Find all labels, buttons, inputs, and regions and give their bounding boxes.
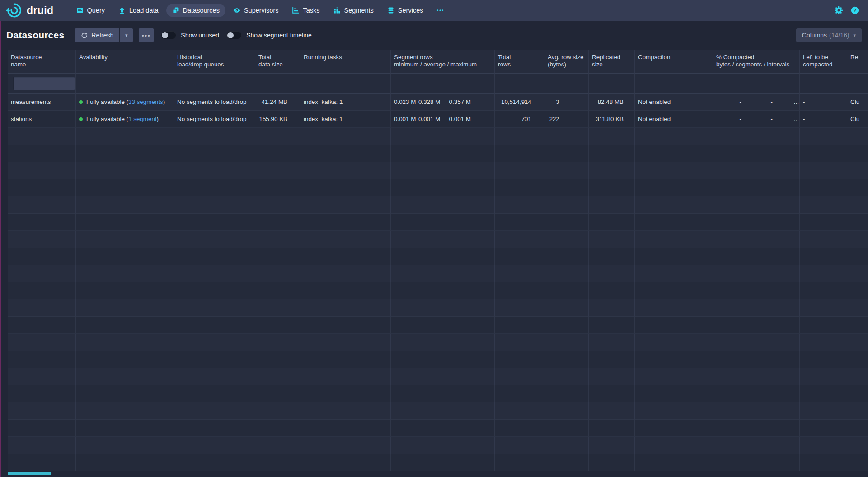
empty-cell — [76, 368, 174, 385]
empty-cell — [255, 128, 300, 145]
column-header-retention[interactable]: Re — [847, 50, 868, 74]
nav-item-datasources[interactable]: Datasources — [166, 4, 225, 17]
empty-cell — [544, 214, 589, 231]
datasources-table: DatasourcenameAvailabilityHistoricalload… — [8, 50, 868, 471]
empty-cell — [713, 351, 800, 368]
cell-total_data_size: 41.24 MB — [255, 94, 300, 111]
empty-cell — [713, 128, 800, 145]
column-header-percent_compacted[interactable]: % Compactedbytes / segments / intervals — [713, 50, 800, 74]
empty-cell — [174, 248, 255, 265]
empty-cell — [255, 179, 300, 196]
column-header-segment_rows[interactable]: Segment rowsminimum / average / maximum — [391, 50, 495, 74]
empty-cell — [76, 145, 174, 162]
refresh-button[interactable]: Refresh — [75, 28, 119, 42]
empty-cell — [847, 128, 868, 145]
nav-item-tasks[interactable]: Tasks — [286, 4, 325, 17]
cell-running_tasks: index_kafka: 1 — [300, 94, 391, 111]
column-header-avg_row_size[interactable]: Avg. row size(bytes) — [544, 50, 589, 74]
segments-link[interactable]: 1 segment — [128, 116, 157, 122]
column-header-name[interactable]: Datasourcename — [8, 50, 76, 74]
empty-cell — [847, 385, 868, 402]
empty-cell — [391, 334, 495, 351]
empty-row — [8, 265, 868, 282]
datasource-name-filter-input[interactable] — [13, 77, 75, 90]
datasource-row-measurements: measurementsFully available (33 segments… — [8, 94, 868, 111]
column-header-availability[interactable]: Availability — [76, 50, 174, 74]
empty-cell — [847, 351, 868, 368]
empty-cell — [800, 214, 847, 231]
empty-cell — [495, 145, 544, 162]
show-segment-timeline-toggle[interactable] — [226, 31, 242, 39]
empty-cell — [800, 248, 847, 265]
empty-cell — [8, 317, 76, 334]
empty-cell — [713, 214, 800, 231]
show-segment-timeline-toggle-group: Show segment timeline — [226, 31, 312, 39]
empty-cell — [300, 420, 391, 437]
horizontal-scrollbar-thumb[interactable] — [8, 472, 51, 475]
column-header-total_rows[interactable]: Totalrows — [495, 50, 544, 74]
empty-cell — [544, 299, 589, 317]
empty-cell — [495, 248, 544, 265]
column-header-load_drop[interactable]: Historicalload/drop queues — [174, 50, 255, 74]
empty-cell — [8, 385, 76, 402]
druid-logo[interactable]: druid — [6, 3, 54, 18]
column-header-running_tasks[interactable]: Running tasks — [300, 50, 391, 74]
query-icon — [76, 7, 84, 14]
column-header-replicated_size[interactable]: Replicatedsize — [589, 50, 635, 74]
more-actions-button[interactable]: ••• — [139, 28, 154, 42]
nav-item-segments[interactable]: Segments — [328, 4, 380, 17]
nav-right-actions: ? — [835, 6, 862, 14]
help-icon[interactable]: ? — [851, 6, 859, 14]
table-filter-row — [8, 74, 868, 94]
nav-label: Services — [398, 7, 423, 14]
empty-cell — [174, 282, 255, 299]
cell-name[interactable]: stations — [8, 111, 76, 128]
nav-item-supervisors[interactable]: Supervisors — [227, 4, 285, 17]
empty-cell — [495, 334, 544, 351]
empty-cell — [391, 454, 495, 471]
empty-cell — [76, 128, 174, 145]
show-unused-toggle[interactable] — [161, 31, 176, 39]
empty-cell — [713, 282, 800, 299]
column-header-left_to_be_compacted[interactable]: Left to becompacted — [800, 50, 847, 74]
filter-cell-percent_compacted — [713, 74, 800, 94]
empty-cell — [391, 145, 495, 162]
cell-name[interactable]: measurements — [8, 94, 76, 111]
cell-load_drop: No segments to load/drop — [174, 111, 255, 128]
columns-button[interactable]: Columns (14/16) ▾ — [796, 28, 862, 42]
empty-cell — [391, 299, 495, 317]
nav-item-query[interactable]: Query — [70, 4, 111, 17]
empty-cell — [544, 420, 589, 437]
empty-cell — [300, 214, 391, 231]
empty-cell — [300, 437, 391, 454]
empty-cell — [800, 454, 847, 471]
nav-item-load-data[interactable]: Load data — [113, 4, 164, 17]
empty-cell — [544, 317, 589, 334]
empty-row — [8, 437, 868, 454]
empty-cell — [255, 299, 300, 317]
empty-cell — [174, 162, 255, 179]
empty-cell — [76, 420, 174, 437]
refresh-dropdown-button[interactable]: ▾ — [120, 28, 133, 42]
empty-cell — [847, 317, 868, 334]
settings-gear-icon[interactable] — [835, 6, 843, 14]
empty-cell — [847, 454, 868, 471]
nav-item-more[interactable] — [431, 4, 450, 17]
empty-cell — [255, 402, 300, 420]
empty-cell — [635, 145, 713, 162]
column-header-compaction[interactable]: Compaction — [635, 50, 713, 74]
nav-item-services[interactable]: Services — [381, 4, 429, 17]
segments-link[interactable]: 33 segments — [128, 98, 163, 105]
empty-cell — [391, 351, 495, 368]
empty-cell — [300, 248, 391, 265]
nav-label: Datasources — [183, 7, 220, 14]
empty-cell — [847, 299, 868, 317]
empty-cell — [800, 145, 847, 162]
empty-cell — [635, 248, 713, 265]
cell-retention: Clu — [847, 111, 868, 128]
empty-cell — [800, 385, 847, 402]
empty-cell — [300, 179, 391, 196]
empty-cell — [174, 402, 255, 420]
column-header-total_data_size[interactable]: Totaldata size — [255, 50, 300, 74]
nav-label: Segments — [344, 7, 374, 14]
